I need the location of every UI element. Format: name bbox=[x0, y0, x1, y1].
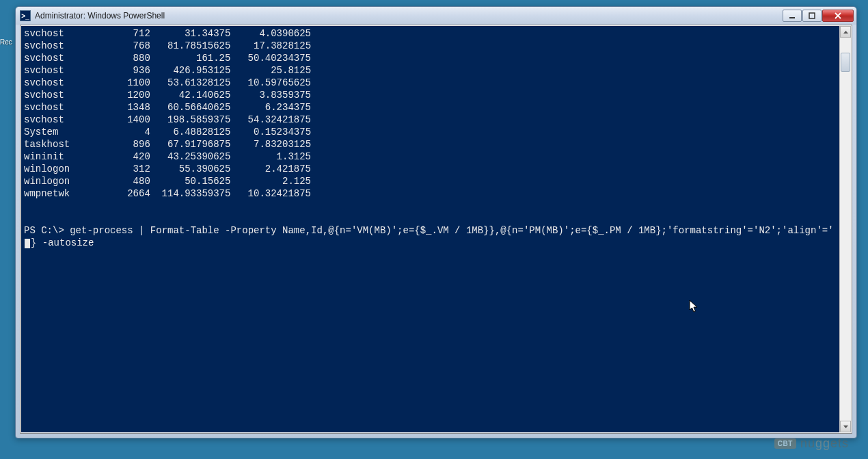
svg-rect-0 bbox=[789, 17, 795, 18]
window-controls bbox=[782, 10, 854, 22]
svg-rect-1 bbox=[809, 13, 815, 18]
process-row: svchost71231.343754.0390625 bbox=[24, 27, 837, 40]
watermark-text: nuggets bbox=[800, 436, 849, 451]
watermark-badge: CBT bbox=[774, 438, 796, 449]
process-row: winlogon31255.3906252.421875 bbox=[24, 163, 837, 175]
console-output[interactable]: svchost71231.343754.0390625svchost76881.… bbox=[21, 26, 839, 432]
scroll-up-button[interactable] bbox=[840, 26, 851, 38]
powershell-window: >_ Administrator: Windows PowerShell svc… bbox=[15, 6, 857, 438]
powershell-icon: >_ bbox=[20, 10, 31, 21]
process-row: wmpnetwk2664114.9335937510.32421875 bbox=[24, 187, 837, 200]
process-row: System46.488281250.15234375 bbox=[24, 126, 837, 138]
process-row: svchost134860.566406256.234375 bbox=[24, 101, 837, 114]
process-row: svchost120042.1406253.8359375 bbox=[24, 89, 837, 101]
process-row: taskhost89667.917968757.83203125 bbox=[24, 138, 837, 150]
watermark: CBT nuggets bbox=[774, 436, 849, 451]
scroll-track[interactable] bbox=[840, 38, 851, 421]
process-row: svchost110053.6132812510.59765625 bbox=[24, 77, 837, 89]
titlebar[interactable]: >_ Administrator: Windows PowerShell bbox=[16, 7, 856, 25]
process-row: wininit42043.253906251.3125 bbox=[24, 150, 837, 163]
process-row: svchost1400198.585937554.32421875 bbox=[24, 114, 837, 126]
window-title: Administrator: Windows PowerShell bbox=[35, 11, 782, 21]
desktop: Rec >_ Administrator: Windows PowerShell… bbox=[0, 0, 868, 459]
process-row: winlogon48050.156252.125 bbox=[24, 175, 837, 187]
recycle-bin-label: Rec bbox=[0, 38, 12, 46]
command-prompt[interactable]: PS C:\> get-process | Format-Table -Prop… bbox=[24, 224, 837, 249]
scroll-down-button[interactable] bbox=[840, 421, 851, 432]
text-cursor bbox=[25, 239, 30, 248]
process-row: svchost76881.7851562517.3828125 bbox=[24, 40, 837, 52]
maximize-button[interactable] bbox=[802, 10, 822, 22]
process-row: svchost936426.95312525.8125 bbox=[24, 64, 837, 77]
console-area: svchost71231.343754.0390625svchost76881.… bbox=[20, 25, 852, 434]
minimize-button[interactable] bbox=[783, 10, 802, 22]
close-button[interactable] bbox=[822, 10, 854, 22]
powershell-icon-glyph: >_ bbox=[21, 12, 29, 20]
process-row: svchost880161.2550.40234375 bbox=[24, 52, 837, 64]
vertical-scrollbar[interactable] bbox=[839, 26, 851, 432]
scroll-thumb[interactable] bbox=[841, 53, 850, 72]
